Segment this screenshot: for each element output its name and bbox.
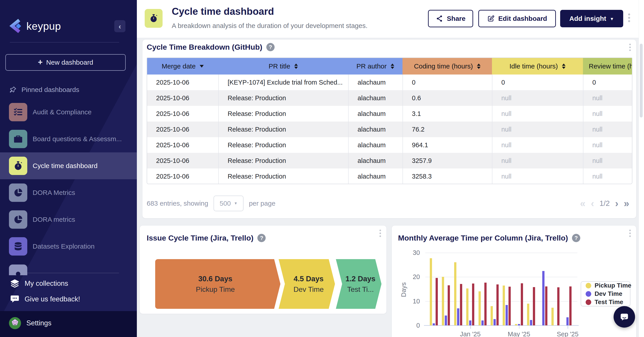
column-header-coding-time[interactable]: Coding time (hours) [402, 58, 492, 75]
y-tick-10: 10 [404, 298, 420, 305]
sidebar-item-partial[interactable] [9, 264, 27, 275]
bar-dev-time [494, 319, 496, 325]
bar-pickup-time [454, 262, 456, 325]
bar-pickup-time [503, 285, 505, 325]
table-cell: null [492, 90, 583, 106]
edit-dashboard-button[interactable]: Edit dashboard [478, 10, 556, 27]
table-cell: Release: Production [218, 169, 348, 184]
bar-test-time [436, 278, 438, 325]
help-icon[interactable]: ? [266, 43, 274, 51]
bar-plot-area: Jan '25May '25Sep '25 [425, 253, 577, 325]
sidebar-item-dora-metrics[interactable]: DORA metrics [0, 206, 137, 233]
table-cell: Release: Production [218, 106, 348, 122]
sidebar-item-audit-compliance[interactable]: Audit & Compliance [0, 99, 137, 126]
sort-icon [294, 64, 298, 69]
x-axis-line [424, 325, 579, 326]
pie-chart-icon [9, 210, 27, 229]
database-icon [9, 237, 27, 255]
sidebar-item-datasets-exploration[interactable]: Datasets Exploration [0, 233, 137, 260]
bar-test-time [448, 285, 450, 325]
chevron-left-icon: ‹ [118, 22, 121, 31]
sidebar-footer-divider [27, 273, 119, 273]
next-page-button[interactable]: › [615, 198, 618, 208]
edit-dashboard-label: Edit dashboard [498, 15, 547, 22]
table-card-menu[interactable] [629, 44, 631, 51]
table-row: 2025-10-06Release: Productionalachaum325… [147, 153, 632, 169]
legend-dot-pickup [586, 283, 591, 288]
table-cell: null [583, 122, 632, 137]
legend-dot-dev [586, 291, 591, 297]
table-cell: alachaum [348, 122, 402, 137]
column-header-pr-title[interactable]: PR title [218, 58, 348, 75]
table-row: 2025-10-06Release: Productionalachaum0.6… [147, 90, 632, 106]
last-page-button[interactable]: » [624, 198, 629, 208]
sidebar-item-cycle-time-dashboard[interactable]: Cycle time dashboard [0, 152, 137, 179]
table-cell: 3258.3 [402, 169, 492, 184]
layers-icon [10, 279, 20, 288]
feedback-label: Give us feedback! [24, 295, 80, 303]
help-icon[interactable]: ? [572, 234, 580, 242]
per-page-label: per page [249, 200, 275, 207]
sidebar-item-board-questions-assessm[interactable]: Board questions & Assessm... [0, 126, 137, 152]
bar-dev-time [469, 320, 471, 325]
table-cell: 964.1 [402, 137, 492, 153]
add-insight-button[interactable]: Add insight ▼ [560, 10, 623, 27]
sidebar-collapse-button[interactable]: ‹ [114, 20, 126, 32]
sidebar-item-label: Cycle time dashboard [33, 162, 98, 170]
x-tick-label: May '25 [508, 330, 530, 337]
sidebar: keypup ‹ + New dashboard Pinned dashboar… [0, 0, 137, 337]
table-cell: alachaum [348, 106, 402, 122]
column-header-pr-author[interactable]: PR author [348, 58, 402, 75]
bar-pickup-time [430, 258, 432, 325]
help-icon[interactable]: ? [258, 234, 266, 242]
table-row: 2025-10-06Release: Productionalachaum3.1… [147, 106, 632, 122]
add-insight-label: Add insight [569, 15, 606, 22]
column-header-review-time[interactable]: Review time (hours) [583, 58, 632, 75]
chart-card-menu[interactable] [629, 230, 631, 237]
table-cell: Release: Production [218, 122, 348, 137]
table-cell: null [492, 137, 583, 153]
table-row: 2025-10-06[KEYP-1074] Exclude trial from… [147, 75, 632, 90]
sort-icon [477, 64, 480, 69]
bar-test-time [557, 287, 560, 325]
table-cell: 76.2 [402, 122, 492, 137]
sidebar-divider [10, 42, 119, 43]
bar-dev-time [530, 320, 532, 325]
keypup-logo-icon [9, 19, 23, 33]
new-dashboard-button[interactable]: + New dashboard [5, 54, 126, 71]
table-cell: 3257.9 [402, 153, 492, 169]
page-size-select[interactable]: 500 ▼ [214, 196, 244, 211]
funnel-segment-dev: 4.5 Days Dev Time [278, 259, 335, 309]
table-cell: 0.6 [402, 90, 492, 106]
funnel-card-menu[interactable] [380, 230, 381, 237]
table-cell: 0 [583, 75, 632, 90]
my-collections-item[interactable]: My collections [10, 277, 68, 290]
page-title: Cycle time dashboard [172, 6, 274, 17]
data-table: Merge date PR title PR author Coding tim… [147, 58, 632, 184]
sidebar-item-dora-metrics[interactable]: DORA Metrics [0, 179, 137, 206]
pinned-dashboards-header[interactable]: Pinned dashboards [9, 85, 80, 95]
page-indicator: 1/2 [600, 199, 610, 208]
scrollbar-thumb[interactable] [640, 44, 643, 118]
header-more-menu[interactable] [628, 14, 630, 22]
logo-text: keypup [26, 20, 61, 32]
chat-widget-button[interactable] [614, 306, 635, 327]
table-row: 2025-10-06Release: Productionalachaum76.… [147, 122, 632, 137]
legend-item-test: Test Time [586, 298, 630, 306]
column-header-merge-date[interactable]: Merge date [147, 58, 218, 75]
bar-pickup-time [552, 308, 554, 325]
bar-pickup-time [515, 324, 517, 325]
feedback-item[interactable]: Give us feedback! [10, 293, 80, 306]
issue-cycle-time-card: Issue Cycle Time (Jira, Trello) ? 30.6 D… [140, 225, 386, 314]
column-header-idle-time[interactable]: Idle time (hours) [492, 58, 583, 75]
x-tick-label: Sep '25 [557, 330, 578, 337]
table-cell: 3.1 [402, 106, 492, 122]
settings-item[interactable]: Settings [9, 316, 52, 330]
keypup-logo[interactable]: keypup [9, 18, 61, 34]
bar-pickup-time [490, 306, 493, 325]
legend-item-pickup: Pickup Time [586, 282, 630, 289]
share-button[interactable]: Share [428, 10, 473, 27]
sidebar-nav: Audit & ComplianceBoard questions & Asse… [0, 99, 137, 260]
prev-page-button[interactable]: ‹ [591, 198, 594, 208]
first-page-button[interactable]: « [580, 198, 586, 208]
